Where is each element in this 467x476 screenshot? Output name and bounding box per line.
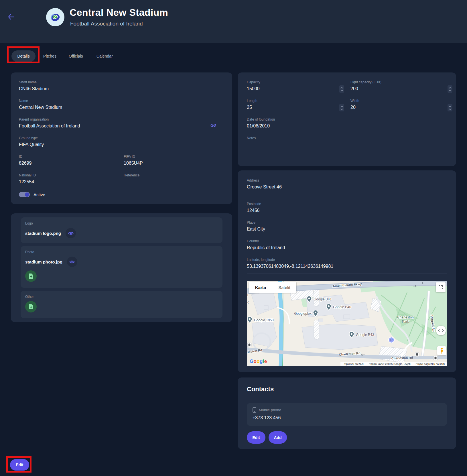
field-value: FIFA Quality bbox=[19, 142, 224, 147]
field-country: Country Republic of Ireland bbox=[247, 239, 447, 251]
svg-text:P: P bbox=[390, 338, 392, 342]
map-type-satellite-button[interactable]: Satelit bbox=[272, 282, 296, 293]
contact-edit-button[interactable]: Edit bbox=[247, 431, 265, 444]
google-logo: Google bbox=[250, 359, 267, 364]
tab-details[interactable]: Details bbox=[11, 50, 36, 62]
marker-label-1950: Google 1950 bbox=[254, 318, 274, 322]
preview-photo-button[interactable] bbox=[67, 257, 77, 267]
field-reference: Reference bbox=[124, 173, 224, 185]
field-value: 82699 bbox=[19, 160, 124, 166]
field-value: 122554 bbox=[19, 179, 124, 185]
field-value: 25 bbox=[247, 105, 338, 110]
field-label: Place bbox=[247, 221, 447, 225]
add-photo-button[interactable] bbox=[25, 270, 37, 282]
field-label: Short name bbox=[19, 80, 224, 84]
field-value: East City bbox=[247, 226, 447, 232]
contact-value: +373 123 456 bbox=[253, 415, 441, 420]
preview-logo-button[interactable] bbox=[66, 228, 76, 238]
edit-button[interactable]: Edit bbox=[10, 459, 29, 471]
upload-label: Other bbox=[25, 295, 218, 299]
active-toggle-row: Active bbox=[19, 192, 224, 197]
field-foundation-date: Date of foundation 01/08/2010 bbox=[247, 117, 452, 129]
link-icon[interactable] bbox=[210, 123, 216, 128]
field-label: Country bbox=[247, 239, 447, 243]
stadium-icon bbox=[49, 11, 61, 23]
field-label: Latitude, longitude bbox=[247, 258, 447, 262]
marker-label-googleplex: Googleplex bbox=[294, 312, 312, 316]
fullscreen-icon bbox=[438, 285, 443, 290]
field-label: Address bbox=[247, 178, 447, 182]
file-plus-icon bbox=[29, 273, 34, 279]
field-label: Width bbox=[350, 99, 442, 103]
field-value: CN46 Stadium bbox=[19, 86, 224, 92]
contact-add-button[interactable]: Add bbox=[269, 431, 287, 444]
eye-icon bbox=[69, 260, 75, 264]
transit-icon[interactable] bbox=[415, 353, 419, 357]
tab-officials[interactable]: Officials bbox=[69, 50, 83, 62]
length-stepper[interactable] bbox=[339, 104, 344, 111]
field-value: 53.13937061483049,-8.121142636149981 bbox=[247, 263, 447, 269]
contacts-divider bbox=[247, 398, 447, 398]
upload-label: Photo bbox=[25, 250, 218, 254]
contacts-card: Contacts Mobile phone +373 123 456 Edit … bbox=[238, 377, 456, 449]
field-name: Name Central New Stadium bbox=[19, 99, 224, 110]
fullscreen-button[interactable] bbox=[436, 282, 446, 292]
field-id: ID 82699 bbox=[19, 155, 124, 166]
map-partial-label: 0 bbox=[247, 293, 248, 297]
field-value: 01/08/2010 bbox=[247, 123, 452, 129]
google-map[interactable]: 0 00 Amphitheatre Pkwy arleston Rd Charl… bbox=[247, 281, 447, 366]
field-light-capacity: Light capacity (LUX) 200 bbox=[350, 80, 452, 92]
address-map-divider bbox=[247, 273, 447, 274]
toggle-knob bbox=[25, 192, 29, 197]
field-label: FIFA ID bbox=[124, 155, 224, 159]
light-capacity-stepper[interactable] bbox=[448, 85, 452, 93]
field-value: 200 bbox=[350, 86, 442, 92]
file-plus-icon bbox=[29, 304, 34, 310]
field-place: Place East City bbox=[247, 221, 447, 232]
upload-label: Logo bbox=[25, 221, 218, 225]
transit-icon[interactable] bbox=[247, 343, 251, 347]
map-type-control: Karta Satelit bbox=[249, 282, 296, 293]
attr-terms-link[interactable]: , Uvjeti bbox=[402, 362, 411, 365]
map-canvas[interactable]: 0 00 Amphitheatre Pkwy arleston Rd Charl… bbox=[247, 281, 447, 366]
footer-divider bbox=[10, 454, 457, 454]
add-other-button[interactable] bbox=[25, 301, 37, 312]
map-partial-label: 00 bbox=[247, 301, 249, 304]
map-attribution: Tipkovni prečaci Podaci karte ©2025 Goog… bbox=[340, 362, 447, 366]
field-label: Reference bbox=[124, 173, 224, 177]
page-header: Central New Stadium Football Association… bbox=[0, 0, 467, 43]
field-capacity: Capacity 15000 bbox=[247, 80, 348, 92]
width-stepper[interactable] bbox=[448, 104, 452, 111]
attr-report-link[interactable]: Prijavi pogrešku na karti bbox=[416, 362, 445, 365]
tab-calendar[interactable]: Calendar bbox=[96, 50, 113, 62]
field-value: 20 bbox=[350, 105, 442, 110]
field-value: 15000 bbox=[247, 86, 338, 92]
map-type-map-button[interactable]: Karta bbox=[249, 282, 272, 293]
field-parent-organisation: Parent organisation Football Association… bbox=[19, 117, 224, 129]
attr-data-text: Podaci karte ©2025 Google bbox=[369, 362, 402, 365]
eye-icon bbox=[68, 231, 74, 235]
field-label: Parent organisation bbox=[19, 117, 224, 121]
field-label: Length bbox=[247, 99, 338, 103]
uploads-card: Logo stadium logo.png Photo stadium phot… bbox=[11, 213, 232, 322]
upload-logo-card: Logo stadium logo.png bbox=[21, 217, 222, 243]
transit-icon[interactable] bbox=[433, 356, 438, 360]
upload-photo-card: Photo stadium photo.jpg bbox=[21, 246, 222, 288]
stadium-logo-avatar bbox=[46, 8, 64, 26]
tab-pitches[interactable]: Pitches bbox=[43, 50, 56, 62]
pegman-control[interactable] bbox=[437, 346, 446, 355]
pan-control[interactable] bbox=[436, 326, 446, 335]
pan-arrows-icon bbox=[438, 329, 444, 333]
parking-icon[interactable]: P bbox=[389, 337, 394, 343]
back-button[interactable] bbox=[6, 12, 16, 22]
upload-other-card: Other bbox=[21, 291, 222, 318]
pegman-icon bbox=[440, 348, 444, 354]
capacity-stepper[interactable] bbox=[339, 85, 344, 93]
active-toggle[interactable] bbox=[19, 192, 30, 197]
field-label: Ground type bbox=[19, 136, 224, 140]
marker-label-b43: Google B43 bbox=[356, 333, 374, 337]
field-length: Length 25 bbox=[247, 99, 348, 110]
field-label: Name bbox=[19, 99, 224, 103]
page-subtitle: Football Association of Ireland bbox=[70, 21, 143, 27]
attr-shortcuts-link[interactable]: Tipkovni prečaci bbox=[344, 362, 363, 365]
